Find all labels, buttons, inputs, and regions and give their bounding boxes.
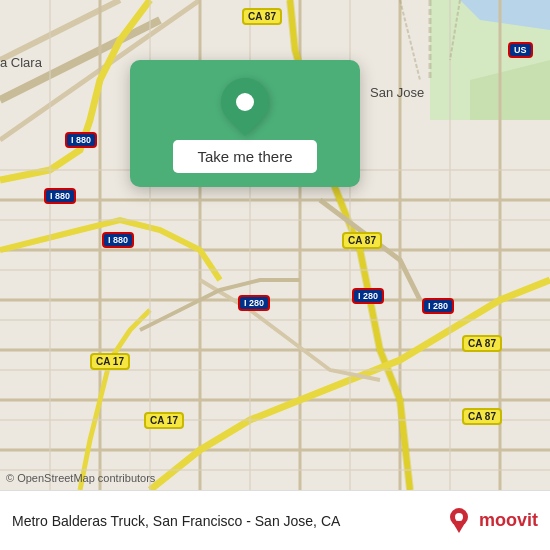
map-attribution: © OpenStreetMap contributors	[6, 472, 155, 484]
location-pin-icon	[211, 68, 279, 136]
badge-i280-3: I 280	[422, 298, 454, 314]
badge-i280-1: I 280	[352, 288, 384, 304]
badge-i880-2: I 880	[44, 188, 76, 204]
take-me-there-button[interactable]: Take me there	[173, 140, 316, 173]
badge-ca87-3: CA 87	[462, 335, 502, 352]
badge-i280-2: I 280	[238, 295, 270, 311]
moovit-logo: M moovit	[445, 507, 538, 535]
badge-us: US	[508, 42, 533, 58]
moovit-pin-icon: M	[445, 507, 473, 535]
badge-i880-1: I 880	[65, 132, 97, 148]
badge-ca87-4: CA 87	[462, 408, 502, 425]
bottom-bar: Metro Balderas Truck, San Francisco - Sa…	[0, 490, 550, 550]
svg-marker-34	[453, 523, 465, 533]
moovit-label: moovit	[479, 510, 538, 531]
svg-text:M: M	[456, 515, 462, 522]
location-card: Take me there	[130, 60, 360, 187]
map-container: San Jose a Clara CA 87 CA 87 CA 87 CA 87…	[0, 0, 550, 490]
location-text: Metro Balderas Truck, San Francisco - Sa…	[12, 513, 340, 529]
city-label-clara: a Clara	[0, 55, 42, 70]
badge-ca17-2: CA 17	[144, 412, 184, 429]
bottom-info: Metro Balderas Truck, San Francisco - Sa…	[12, 513, 340, 529]
city-label-sanjose: San Jose	[370, 85, 424, 100]
badge-i880-3: I 880	[102, 232, 134, 248]
badge-ca87-2: CA 87	[342, 232, 382, 249]
badge-ca17-1: CA 17	[90, 353, 130, 370]
badge-ca87-1: CA 87	[242, 8, 282, 25]
